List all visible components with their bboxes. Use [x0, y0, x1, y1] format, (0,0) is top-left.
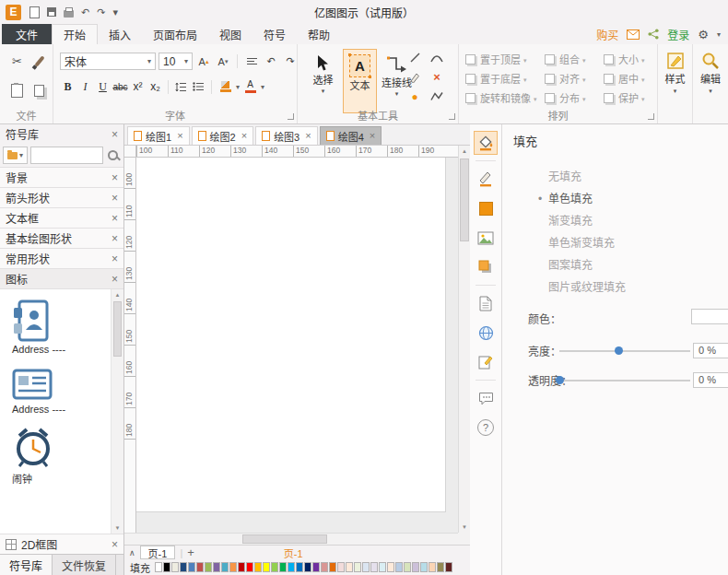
dialog-launcher-icon[interactable]	[648, 113, 654, 120]
drawing-tab[interactable]: 绘图4	[320, 126, 382, 145]
color-swatch[interactable]	[329, 562, 336, 572]
color-swatch[interactable]	[296, 562, 303, 572]
dialog-launcher-icon[interactable]	[449, 113, 455, 120]
edit-button[interactable]: 编辑 ▾	[693, 52, 728, 93]
arrange-button[interactable]: 旋转和镜像	[465, 90, 545, 105]
redo-icon[interactable]: ↷	[97, 7, 105, 18]
share-icon[interactable]	[648, 29, 659, 40]
color-swatch[interactable]	[337, 562, 345, 572]
color-swatch[interactable]	[221, 562, 229, 572]
send-mail-icon[interactable]	[627, 29, 640, 40]
color-swatch[interactable]	[304, 562, 311, 572]
subscript-button[interactable]: x₂	[147, 78, 163, 95]
color-swatch[interactable]	[288, 562, 295, 572]
chevron-down-icon[interactable]: ▾	[717, 30, 721, 39]
transparency-value[interactable]: 0 %	[693, 372, 728, 388]
page-tab[interactable]: 页-1	[140, 546, 176, 559]
scroll-down-icon[interactable]: ▼	[112, 522, 123, 534]
close-icon[interactable]	[112, 193, 118, 204]
library-item[interactable]: Address ----	[12, 365, 95, 415]
cut-icon[interactable]: ✂	[8, 53, 26, 68]
drawing-workspace[interactable]	[136, 158, 458, 533]
ribbon-tab[interactable]: 开始	[52, 24, 98, 44]
color-swatch[interactable]	[254, 562, 262, 572]
pen-tool-icon[interactable]	[405, 70, 424, 84]
color-swatch[interactable]	[155, 562, 162, 572]
color-swatch[interactable]	[188, 562, 195, 572]
login-link[interactable]: 登录	[667, 27, 689, 42]
close-icon[interactable]	[305, 131, 311, 141]
shrink-font-button[interactable]: A	[215, 53, 231, 70]
drawing-tab[interactable]: 绘图1	[127, 126, 190, 145]
color-swatch[interactable]	[379, 562, 386, 572]
color-swatch[interactable]	[163, 562, 170, 572]
arrange-button[interactable]: 置于顶层	[465, 52, 545, 66]
fill-option[interactable]: 渐变填充	[548, 210, 626, 232]
arrange-button[interactable]: 居中	[604, 71, 655, 86]
color-swatch[interactable]	[171, 562, 179, 572]
close-icon[interactable]	[112, 253, 118, 264]
color-swatch[interactable]	[404, 562, 411, 572]
redo-style-icon[interactable]: ↷	[282, 53, 299, 70]
text-align-icon[interactable]	[243, 53, 260, 70]
settings-gear-icon[interactable]: ⚙	[698, 28, 709, 41]
library-item[interactable]: 闹钟	[12, 425, 95, 486]
library-category-row[interactable]: 2D框图	[0, 534, 123, 554]
color-swatch[interactable]	[387, 562, 394, 572]
chevron-down-icon[interactable]: ▾	[236, 83, 240, 91]
color-swatch[interactable]	[370, 562, 378, 572]
brightness-value[interactable]: 0 %	[693, 343, 728, 358]
arrange-button[interactable]: 保护	[604, 90, 655, 105]
help-icon[interactable]: ?	[474, 416, 498, 440]
sidebar-bottom-tab[interactable]: 文件恢复	[53, 555, 116, 575]
format-painter-icon[interactable]	[30, 53, 48, 68]
library-item[interactable]: Address ----	[12, 299, 95, 355]
font-size-combo[interactable]: 10 ▾	[159, 53, 193, 70]
line-tool-icon[interactable]	[405, 51, 424, 65]
color-swatch[interactable]	[321, 562, 328, 572]
buy-link[interactable]: 购买	[596, 27, 618, 42]
print-icon[interactable]	[64, 10, 74, 18]
color-swatch[interactable]	[362, 562, 370, 572]
paste-icon[interactable]	[8, 83, 26, 98]
line-style-icon[interactable]	[474, 167, 498, 191]
underline-button[interactable]: U	[95, 78, 111, 95]
close-icon[interactable]	[177, 131, 182, 141]
arrange-button[interactable]: 分布	[545, 90, 604, 105]
library-scrollbar[interactable]: ▲ ▼	[111, 289, 123, 534]
brightness-slider-handle[interactable]	[615, 346, 623, 355]
color-swatch[interactable]	[229, 562, 237, 572]
chevron-down-icon[interactable]: ▾	[261, 83, 264, 91]
library-category-row[interactable]: 文本框	[0, 208, 123, 229]
font-color-button[interactable]: A	[241, 78, 259, 95]
fill-option[interactable]: 图片或纹理填充	[548, 276, 626, 299]
bold-button[interactable]: B	[60, 78, 76, 95]
ribbon-tab[interactable]: 插入	[98, 24, 142, 44]
drawing-tab[interactable]: 绘图2	[192, 126, 254, 145]
page-setup-icon[interactable]	[474, 291, 498, 315]
search-icon[interactable]	[106, 148, 121, 163]
close-icon[interactable]	[112, 274, 118, 285]
freeform-tool-icon[interactable]	[428, 89, 446, 103]
font-family-combo[interactable]: 宋体 ▾	[60, 53, 156, 70]
text-tool-button[interactable]: A 文本	[343, 49, 377, 113]
strikethrough-button[interactable]: abc	[112, 78, 128, 95]
sidebar-bottom-tab[interactable]: 符号库	[0, 555, 53, 575]
library-category-row[interactable]: 常用形状	[0, 249, 123, 269]
new-document-icon[interactable]	[29, 6, 40, 18]
ribbon-tab[interactable]: 视图	[208, 24, 252, 44]
fill-option[interactable]: 图案填充	[548, 254, 626, 276]
color-swatch[interactable]	[346, 562, 353, 572]
close-icon[interactable]	[112, 539, 118, 550]
library-category-row[interactable]: 基本绘图形状	[0, 229, 123, 249]
scroll-up-icon[interactable]: ▲	[112, 289, 123, 300]
line-spacing-icon[interactable]	[173, 78, 189, 95]
scrollbar-thumb[interactable]	[242, 534, 327, 544]
close-icon[interactable]	[112, 129, 118, 140]
highlight-color-button[interactable]	[217, 78, 234, 95]
arrange-button[interactable]: 大小	[604, 52, 655, 66]
color-swatch[interactable]	[395, 562, 403, 572]
ribbon-tab[interactable]: 帮助	[297, 24, 341, 44]
library-category-row[interactable]: 图标	[0, 269, 123, 289]
scroll-up-icon[interactable]: ▲	[459, 146, 470, 157]
